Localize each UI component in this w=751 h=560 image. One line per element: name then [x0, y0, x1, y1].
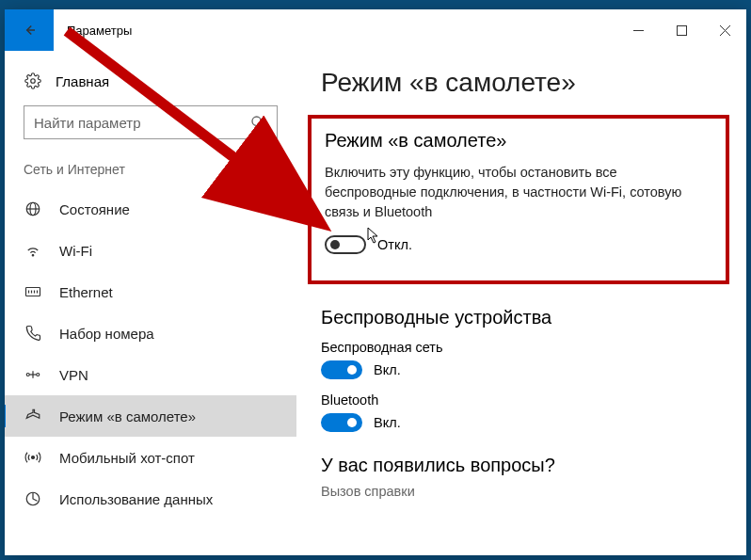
sidebar-item-airplane-mode[interactable]: Режим «в самолете»: [5, 395, 296, 437]
titlebar: Параметры: [5, 9, 746, 51]
window-controls: [616, 9, 746, 51]
sidebar-item-ethernet[interactable]: Ethernet: [5, 271, 296, 312]
search-icon: [248, 113, 267, 132]
svg-point-18: [37, 374, 40, 376]
sidebar-item-hotspot[interactable]: Мобильный хот-спот: [5, 437, 296, 478]
wifi-toggle-label: Беспроводная сеть: [321, 340, 722, 355]
wifi-toggle-row: Вкл.: [321, 360, 722, 379]
window-title: Параметры: [54, 9, 616, 51]
airplane-section-title: Режим «в самолете»: [325, 130, 712, 152]
wifi-toggle-state: Вкл.: [374, 362, 401, 377]
body: Главная Найти параметр Сеть и Интернет С…: [5, 51, 746, 555]
help-section: У вас появились вопросы? Вызов справки: [321, 455, 722, 499]
content-area: Режим «в самолете» Режим «в самолете» Вк…: [296, 51, 746, 555]
maximize-button[interactable]: [660, 9, 703, 51]
airplane-icon: [24, 407, 42, 425]
bluetooth-toggle[interactable]: [321, 413, 362, 432]
bluetooth-toggle-label: Bluetooth: [321, 392, 722, 408]
search-placeholder: Найти параметр: [34, 115, 141, 131]
sidebar-item-label: Набор номера: [59, 326, 154, 342]
airplane-description: Включить эту функцию, чтобы остановить в…: [325, 163, 712, 222]
sidebar-item-vpn[interactable]: VPN: [5, 354, 296, 395]
svg-rect-2: [677, 25, 686, 35]
wireless-devices-section: Беспроводные устройства Беспроводная сет…: [321, 307, 722, 432]
sidebar-item-label: VPN: [59, 367, 88, 383]
sidebar-item-status[interactable]: Состояние: [5, 188, 296, 230]
wireless-section-title: Беспроводные устройства: [321, 307, 722, 328]
airplane-toggle[interactable]: [325, 235, 366, 254]
svg-point-19: [32, 456, 35, 459]
wifi-toggle[interactable]: [321, 360, 362, 379]
home-link[interactable]: Главная: [5, 64, 296, 102]
vpn-icon: [24, 365, 42, 384]
sidebar-item-label: Ethernet: [59, 284, 113, 300]
phone-icon: [24, 324, 42, 343]
sidebar-item-label: Мобильный хот-спот: [59, 450, 195, 466]
gear-icon: [24, 72, 42, 90]
svg-line-7: [260, 124, 263, 127]
svg-point-17: [26, 374, 29, 376]
search-input[interactable]: Найти параметр: [24, 105, 278, 139]
ethernet-icon: [24, 282, 42, 301]
sidebar: Главная Найти параметр Сеть и Интернет С…: [5, 51, 296, 555]
globe-icon: [24, 200, 42, 218]
sidebar-item-label: Состояние: [59, 201, 130, 217]
sidebar-item-dialup[interactable]: Набор номера: [5, 312, 296, 354]
sidebar-item-label: Wi-Fi: [59, 243, 92, 259]
back-button[interactable]: [5, 9, 54, 51]
close-button[interactable]: [703, 9, 746, 51]
arrow-left-icon: [20, 21, 39, 40]
data-usage-icon: [24, 489, 42, 508]
svg-point-5: [31, 79, 36, 84]
minimize-button[interactable]: [616, 9, 660, 51]
sidebar-item-wifi[interactable]: Wi-Fi: [5, 230, 296, 271]
bluetooth-toggle-row: Вкл.: [321, 413, 722, 432]
sidebar-item-label: Использование данных: [59, 491, 213, 507]
svg-point-11: [32, 255, 34, 257]
airplane-mode-section: Режим «в самолете» Включить эту функцию,…: [308, 115, 729, 284]
home-label: Главная: [56, 73, 109, 89]
sidebar-item-data-usage[interactable]: Использование данных: [5, 478, 296, 520]
hotspot-icon: [24, 448, 42, 467]
settings-window: Параметры Главная Найти параметр: [5, 9, 746, 555]
svg-rect-12: [26, 288, 40, 296]
airplane-toggle-row: Откл.: [325, 235, 712, 254]
help-link[interactable]: Вызов справки: [321, 484, 722, 499]
page-heading: Режим «в самолете»: [321, 68, 722, 98]
help-title: У вас появились вопросы?: [321, 455, 722, 476]
bluetooth-toggle-state: Вкл.: [374, 415, 401, 430]
sidebar-item-label: Режим «в самолете»: [59, 408, 196, 424]
svg-point-6: [252, 117, 261, 125]
sidebar-section-label: Сеть и Интернет: [5, 156, 296, 188]
airplane-toggle-state: Откл.: [377, 237, 412, 252]
wifi-icon: [24, 241, 42, 260]
